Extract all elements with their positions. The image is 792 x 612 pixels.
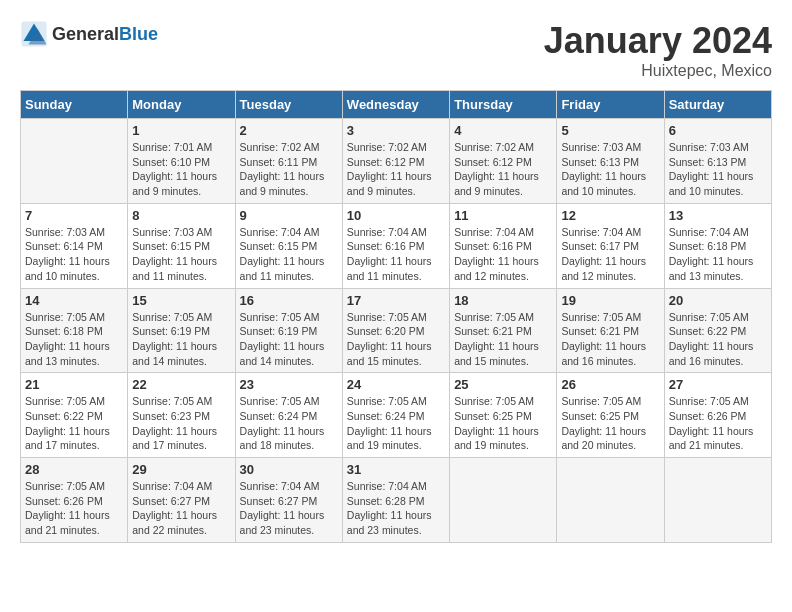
day-info: Sunrise: 7:05 AM Sunset: 6:22 PM Dayligh… (669, 310, 767, 369)
logo: General Blue (20, 20, 158, 48)
day-number: 6 (669, 123, 767, 138)
day-info: Sunrise: 7:04 AM Sunset: 6:17 PM Dayligh… (561, 225, 659, 284)
day-number: 25 (454, 377, 552, 392)
day-number: 24 (347, 377, 445, 392)
logo-icon (20, 20, 48, 48)
day-number: 2 (240, 123, 338, 138)
title-area: January 2024 Huixtepec, Mexico (544, 20, 772, 80)
location-title: Huixtepec, Mexico (544, 62, 772, 80)
day-info: Sunrise: 7:05 AM Sunset: 6:20 PM Dayligh… (347, 310, 445, 369)
calendar-cell: 29Sunrise: 7:04 AM Sunset: 6:27 PM Dayli… (128, 458, 235, 543)
day-number: 1 (132, 123, 230, 138)
calendar-cell: 22Sunrise: 7:05 AM Sunset: 6:23 PM Dayli… (128, 373, 235, 458)
day-number: 16 (240, 293, 338, 308)
calendar-cell: 31Sunrise: 7:04 AM Sunset: 6:28 PM Dayli… (342, 458, 449, 543)
day-info: Sunrise: 7:05 AM Sunset: 6:24 PM Dayligh… (240, 394, 338, 453)
week-row-5: 28Sunrise: 7:05 AM Sunset: 6:26 PM Dayli… (21, 458, 772, 543)
day-number: 9 (240, 208, 338, 223)
logo-blue-text: Blue (119, 24, 158, 45)
day-number: 11 (454, 208, 552, 223)
calendar-header: SundayMondayTuesdayWednesdayThursdayFrid… (21, 91, 772, 119)
day-number: 27 (669, 377, 767, 392)
day-number: 13 (669, 208, 767, 223)
calendar-cell: 18Sunrise: 7:05 AM Sunset: 6:21 PM Dayli… (450, 288, 557, 373)
day-number: 17 (347, 293, 445, 308)
day-info: Sunrise: 7:03 AM Sunset: 6:14 PM Dayligh… (25, 225, 123, 284)
calendar-cell: 12Sunrise: 7:04 AM Sunset: 6:17 PM Dayli… (557, 203, 664, 288)
day-number: 22 (132, 377, 230, 392)
day-info: Sunrise: 7:05 AM Sunset: 6:25 PM Dayligh… (454, 394, 552, 453)
calendar-cell: 13Sunrise: 7:04 AM Sunset: 6:18 PM Dayli… (664, 203, 771, 288)
calendar-cell: 16Sunrise: 7:05 AM Sunset: 6:19 PM Dayli… (235, 288, 342, 373)
day-info: Sunrise: 7:04 AM Sunset: 6:28 PM Dayligh… (347, 479, 445, 538)
day-header-thursday: Thursday (450, 91, 557, 119)
calendar-cell (557, 458, 664, 543)
calendar-cell: 9Sunrise: 7:04 AM Sunset: 6:15 PM Daylig… (235, 203, 342, 288)
day-info: Sunrise: 7:02 AM Sunset: 6:11 PM Dayligh… (240, 140, 338, 199)
calendar-cell: 4Sunrise: 7:02 AM Sunset: 6:12 PM Daylig… (450, 119, 557, 204)
day-info: Sunrise: 7:05 AM Sunset: 6:19 PM Dayligh… (240, 310, 338, 369)
day-number: 29 (132, 462, 230, 477)
day-number: 8 (132, 208, 230, 223)
day-number: 4 (454, 123, 552, 138)
day-number: 5 (561, 123, 659, 138)
day-info: Sunrise: 7:02 AM Sunset: 6:12 PM Dayligh… (454, 140, 552, 199)
day-info: Sunrise: 7:05 AM Sunset: 6:25 PM Dayligh… (561, 394, 659, 453)
calendar-cell: 14Sunrise: 7:05 AM Sunset: 6:18 PM Dayli… (21, 288, 128, 373)
page-header: General Blue January 2024 Huixtepec, Mex… (20, 20, 772, 80)
day-info: Sunrise: 7:02 AM Sunset: 6:12 PM Dayligh… (347, 140, 445, 199)
calendar-cell: 5Sunrise: 7:03 AM Sunset: 6:13 PM Daylig… (557, 119, 664, 204)
calendar-cell: 2Sunrise: 7:02 AM Sunset: 6:11 PM Daylig… (235, 119, 342, 204)
month-title: January 2024 (544, 20, 772, 62)
day-number: 31 (347, 462, 445, 477)
day-header-friday: Friday (557, 91, 664, 119)
day-info: Sunrise: 7:04 AM Sunset: 6:16 PM Dayligh… (454, 225, 552, 284)
calendar-cell: 24Sunrise: 7:05 AM Sunset: 6:24 PM Dayli… (342, 373, 449, 458)
day-number: 12 (561, 208, 659, 223)
day-number: 30 (240, 462, 338, 477)
calendar-cell: 27Sunrise: 7:05 AM Sunset: 6:26 PM Dayli… (664, 373, 771, 458)
calendar-cell: 30Sunrise: 7:04 AM Sunset: 6:27 PM Dayli… (235, 458, 342, 543)
day-info: Sunrise: 7:05 AM Sunset: 6:22 PM Dayligh… (25, 394, 123, 453)
calendar-table: SundayMondayTuesdayWednesdayThursdayFrid… (20, 90, 772, 543)
day-header-tuesday: Tuesday (235, 91, 342, 119)
calendar-cell: 26Sunrise: 7:05 AM Sunset: 6:25 PM Dayli… (557, 373, 664, 458)
day-header-sunday: Sunday (21, 91, 128, 119)
week-row-1: 1Sunrise: 7:01 AM Sunset: 6:10 PM Daylig… (21, 119, 772, 204)
day-header-saturday: Saturday (664, 91, 771, 119)
day-number: 21 (25, 377, 123, 392)
day-number: 10 (347, 208, 445, 223)
day-info: Sunrise: 7:04 AM Sunset: 6:27 PM Dayligh… (240, 479, 338, 538)
day-info: Sunrise: 7:03 AM Sunset: 6:13 PM Dayligh… (561, 140, 659, 199)
day-info: Sunrise: 7:01 AM Sunset: 6:10 PM Dayligh… (132, 140, 230, 199)
calendar-cell: 23Sunrise: 7:05 AM Sunset: 6:24 PM Dayli… (235, 373, 342, 458)
day-number: 26 (561, 377, 659, 392)
calendar-body: 1Sunrise: 7:01 AM Sunset: 6:10 PM Daylig… (21, 119, 772, 543)
day-number: 20 (669, 293, 767, 308)
calendar-cell: 3Sunrise: 7:02 AM Sunset: 6:12 PM Daylig… (342, 119, 449, 204)
days-header-row: SundayMondayTuesdayWednesdayThursdayFrid… (21, 91, 772, 119)
calendar-cell: 20Sunrise: 7:05 AM Sunset: 6:22 PM Dayli… (664, 288, 771, 373)
day-number: 15 (132, 293, 230, 308)
day-number: 3 (347, 123, 445, 138)
day-header-wednesday: Wednesday (342, 91, 449, 119)
day-number: 14 (25, 293, 123, 308)
day-info: Sunrise: 7:05 AM Sunset: 6:21 PM Dayligh… (454, 310, 552, 369)
day-header-monday: Monday (128, 91, 235, 119)
logo-general-text: General (52, 24, 119, 45)
day-info: Sunrise: 7:04 AM Sunset: 6:18 PM Dayligh… (669, 225, 767, 284)
day-info: Sunrise: 7:05 AM Sunset: 6:24 PM Dayligh… (347, 394, 445, 453)
calendar-cell: 7Sunrise: 7:03 AM Sunset: 6:14 PM Daylig… (21, 203, 128, 288)
day-number: 7 (25, 208, 123, 223)
week-row-2: 7Sunrise: 7:03 AM Sunset: 6:14 PM Daylig… (21, 203, 772, 288)
day-info: Sunrise: 7:04 AM Sunset: 6:16 PM Dayligh… (347, 225, 445, 284)
day-info: Sunrise: 7:05 AM Sunset: 6:23 PM Dayligh… (132, 394, 230, 453)
calendar-cell (450, 458, 557, 543)
day-info: Sunrise: 7:05 AM Sunset: 6:26 PM Dayligh… (669, 394, 767, 453)
calendar-cell: 25Sunrise: 7:05 AM Sunset: 6:25 PM Dayli… (450, 373, 557, 458)
day-number: 19 (561, 293, 659, 308)
calendar-cell: 19Sunrise: 7:05 AM Sunset: 6:21 PM Dayli… (557, 288, 664, 373)
day-info: Sunrise: 7:03 AM Sunset: 6:15 PM Dayligh… (132, 225, 230, 284)
calendar-cell: 1Sunrise: 7:01 AM Sunset: 6:10 PM Daylig… (128, 119, 235, 204)
calendar-cell: 15Sunrise: 7:05 AM Sunset: 6:19 PM Dayli… (128, 288, 235, 373)
